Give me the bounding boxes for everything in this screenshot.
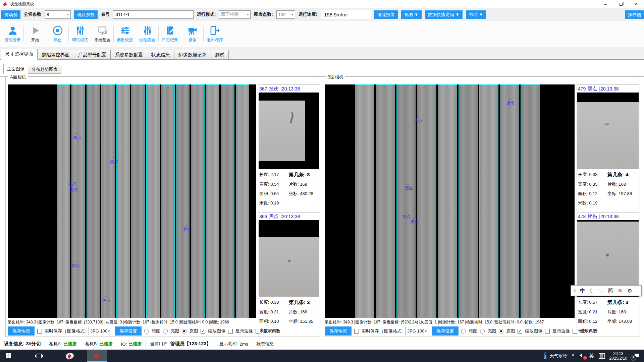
tab-status-info[interactable]: 状态信息 bbox=[147, 50, 174, 60]
fullwidth-moon-icon[interactable]: ☾ bbox=[589, 288, 594, 294]
confirm-count-button[interactable]: 确认条数 bbox=[74, 10, 98, 19]
tray-expand-button[interactable]: ^ bbox=[572, 353, 574, 359]
show-edge-checkbox[interactable] bbox=[228, 329, 233, 334]
emoji-button[interactable]: ☺ bbox=[618, 288, 623, 294]
defect-length: 0.38 bbox=[589, 172, 597, 177]
bright-image-radio[interactable] bbox=[480, 329, 485, 334]
defect-id: 479 bbox=[578, 86, 586, 92]
defect-header: 366 黑点 |20:13:38 bbox=[259, 213, 319, 220]
toolbar-item-log-record[interactable]: 日志记录 bbox=[159, 23, 181, 45]
notification-center-button[interactable]: 6 bbox=[632, 352, 642, 360]
tab-defect-monitor[interactable]: 缺陷监控界面 bbox=[37, 50, 74, 60]
defect-id: 367 bbox=[259, 86, 267, 92]
task-view-button[interactable] bbox=[31, 350, 47, 362]
defect-annotation: 黑点 bbox=[69, 187, 77, 193]
camera-a-groupbox: A面相机 黑点黑点黑点黑点挫伤黑点黑点 367 挫伤 |20:13:38 长 bbox=[5, 77, 320, 337]
defect-card[interactable]: 479 黑点 |20:13:38 长度: 0.38 第几条: 4 宽度: 0.3… bbox=[577, 84, 639, 206]
title-bar: 视觉检测系统 – × bbox=[0, 0, 644, 8]
toolbar-item-system-config[interactable]: 系统配置 bbox=[91, 23, 114, 45]
realtime-save-checkbox[interactable] bbox=[354, 329, 359, 334]
stop-icon bbox=[52, 25, 63, 36]
defect-annotation: 挫伤 bbox=[183, 227, 192, 232]
ime-chinese-mode-button[interactable]: 中 bbox=[580, 288, 585, 294]
language-indicator[interactable]: 英 bbox=[589, 353, 594, 359]
defect-meters: 0.19 bbox=[589, 200, 597, 205]
roll-number-input[interactable] bbox=[113, 10, 194, 19]
tab-test[interactable]: 测试 bbox=[211, 50, 229, 60]
defect-annotation: 黑点 bbox=[410, 219, 418, 225]
defect-width: 0.35 bbox=[589, 182, 597, 187]
defect-area: 0.64 bbox=[270, 191, 279, 196]
ime-indicator[interactable]: 拼 bbox=[599, 353, 605, 359]
save-settings-button[interactable]: 保存设置 bbox=[432, 326, 459, 336]
image-format-select[interactable]: JPG 100 ∨ bbox=[406, 327, 429, 335]
save-settings-button[interactable]: 保存设置 bbox=[115, 326, 142, 336]
dark-image-radio[interactable] bbox=[144, 329, 149, 334]
close-button[interactable]: × bbox=[629, 0, 644, 8]
taskbar-app-snip[interactable]: ✂ bbox=[62, 350, 78, 362]
dark-image-radio[interactable] bbox=[461, 329, 466, 334]
show-strips-checkbox[interactable] bbox=[573, 329, 577, 334]
taskbar-clock[interactable]: 20:13 2025/2/10 bbox=[609, 351, 627, 361]
slit-count-select[interactable]: 8 ▾ bbox=[45, 10, 71, 19]
defect-area: 0.10 bbox=[270, 319, 279, 324]
original-image-radio[interactable] bbox=[499, 329, 503, 334]
chart-points-select[interactable]: 100 ▾ bbox=[276, 10, 295, 19]
data-quick-access-menu-button[interactable]: 数据快捷访问 ▼ bbox=[425, 10, 463, 19]
weather-tray-item[interactable]: 天气寒冷 bbox=[543, 352, 567, 360]
simplified-charset-button[interactable]: 简 bbox=[608, 287, 613, 294]
punctuation-mode-button[interactable]: °， bbox=[599, 288, 603, 294]
show-strips-checkbox[interactable] bbox=[256, 329, 260, 334]
defect-card[interactable]: 478 挫伤 |20:13:38 长度: 0.57 第几条: 3 宽度: 0.2… bbox=[577, 212, 639, 334]
toolbar-item-admin-login[interactable]: 管理登录 bbox=[1, 23, 24, 45]
toolbar-item-defect-settings[interactable]: 缺陷设置 bbox=[136, 23, 159, 45]
drive-side-button[interactable]: 传动侧 bbox=[1, 10, 20, 19]
camera-b-connection-status: 已连接 bbox=[100, 341, 113, 347]
realtime-save-label: 实时保存 bbox=[45, 328, 62, 334]
subtab-front-image[interactable]: 正面图像 bbox=[3, 64, 28, 74]
toolbar-item-capture[interactable]: 摄像 bbox=[181, 23, 204, 45]
tab-size-monitor[interactable]: 尺寸监控界面 bbox=[1, 49, 38, 60]
save-snapshot-button[interactable]: 保存快照 bbox=[8, 326, 35, 336]
show-edge-label: 显示边缘 bbox=[552, 328, 570, 334]
show-edge-checkbox[interactable] bbox=[545, 329, 550, 334]
toolbar-item-exit-program[interactable]: 退出程序 bbox=[204, 23, 226, 45]
camera-a-connection-status: 已连接 bbox=[64, 341, 77, 347]
toolbar-item-start[interactable]: 开始 bbox=[24, 23, 46, 45]
save-snapshot-button[interactable]: 保存快照 bbox=[325, 326, 352, 336]
drag-handle-icon[interactable]: ‖ bbox=[574, 288, 576, 293]
taskbar-app-vision-system[interactable] bbox=[87, 350, 107, 362]
restore-button[interactable] bbox=[613, 0, 629, 8]
operator-side-button[interactable]: 操作侧 bbox=[625, 10, 644, 19]
zoom-image-checkbox[interactable] bbox=[201, 329, 205, 334]
minimize-button[interactable]: – bbox=[598, 0, 613, 8]
original-image-radio[interactable] bbox=[182, 329, 186, 334]
defect-stats: 长度: 2.17 第几条: 8 宽度: 0.54 片数: 168 面积: 0.6… bbox=[259, 169, 319, 206]
subtab-distribution-trend-chart[interactable]: 分布趋势图表 bbox=[28, 65, 61, 74]
device-value: 3#分切 bbox=[26, 341, 41, 347]
film-strip bbox=[521, 84, 540, 318]
zoom-image-checkbox[interactable] bbox=[518, 329, 522, 334]
tab-edge-data-record[interactable]: 边缘数据记录 bbox=[174, 50, 211, 60]
toolbar-item-debug-mode[interactable]: 调试模式 bbox=[69, 23, 91, 45]
volume-muted-button[interactable]: × bbox=[579, 353, 585, 359]
bright-image-radio[interactable] bbox=[163, 329, 168, 334]
defect-card[interactable]: 366 黑点 |20:13:38 长度: 0.38 第几条: 3 宽度: 0.3… bbox=[258, 212, 320, 334]
ime-settings-gear-icon[interactable]: ⚙ bbox=[627, 288, 632, 294]
tab-system-parameter-config[interactable]: 系统参数配置 bbox=[110, 50, 147, 60]
toolbar-item-stop[interactable]: 停止 bbox=[46, 23, 69, 45]
image-format-label: | 图像格式: bbox=[382, 328, 403, 334]
image-format-select[interactable]: JPG 100 ∨ bbox=[89, 327, 112, 335]
clear-alarm-button[interactable]: 清除报警 bbox=[374, 10, 398, 19]
run-mode-select[interactable]: 双面检测 ▾ bbox=[219, 10, 251, 19]
toolbar-item-parameter-settings[interactable]: 参数设置 bbox=[114, 23, 136, 45]
help-menu-button[interactable]: 帮助 ▼ bbox=[466, 10, 486, 19]
realtime-save-checkbox[interactable] bbox=[37, 329, 42, 334]
defect-crop-image bbox=[259, 93, 319, 169]
defect-time: |20:13:38 bbox=[599, 214, 619, 219]
tab-product-model-config[interactable]: 产品型号配置 bbox=[74, 50, 111, 60]
defect-card[interactable]: 367 挫伤 |20:13:38 长度: 2.17 第几条: 8 宽度: 0.5… bbox=[258, 84, 320, 206]
camera-a-defect-column: 367 挫伤 |20:13:38 长度: 2.17 第几条: 8 宽度: 0.5… bbox=[258, 81, 320, 335]
view-menu-button[interactable]: 视图 ▼ bbox=[401, 10, 421, 19]
start-button[interactable] bbox=[0, 350, 16, 362]
